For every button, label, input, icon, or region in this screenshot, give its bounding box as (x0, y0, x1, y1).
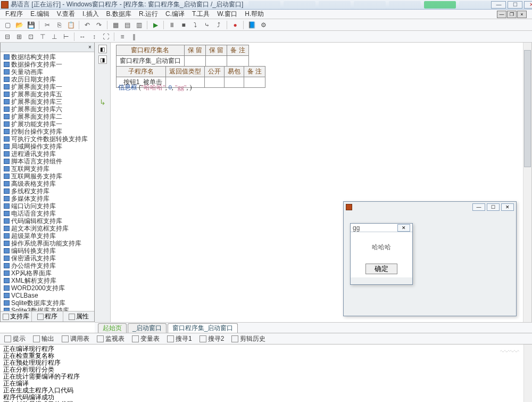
align-top-icon[interactable]: ⊤ (37, 32, 48, 42)
tab-programset[interactable]: 窗口程序集_启动窗口 (168, 323, 238, 333)
undo-icon[interactable]: ↶ (82, 20, 93, 30)
tree-item-label: WORD2000支持库 (11, 284, 65, 293)
table2-h1: 子程序名 (117, 67, 166, 77)
library-icon (4, 300, 10, 306)
menu-help[interactable]: H.帮助 (245, 10, 264, 19)
config-icon[interactable]: ⚙ (258, 20, 269, 30)
document-tabs: 起始页 _启动窗口 窗口程序集_启动窗口 (95, 322, 532, 333)
output-vscroll[interactable] (523, 344, 532, 402)
save-icon[interactable]: 💾 (26, 20, 36, 30)
editor-vscroll[interactable] (523, 43, 531, 322)
mdi-minimize[interactable]: — (497, 11, 506, 18)
grid3-icon[interactable]: ▥ (134, 20, 144, 30)
output-tab-search1[interactable]: 搜寻1 (167, 334, 192, 343)
menu-tools[interactable]: T.工具 (192, 10, 210, 19)
menu-database[interactable]: B.数据库 (106, 10, 131, 19)
message-box-dialog[interactable]: gg ✕ 哈哈哈 确定 (350, 223, 413, 285)
toolbar-main: ▢ 📂 💾 ✂ ⎘ 📋 ↶ ↷ ▦ ▤ ▥ ▶ ⏸ ■ ⤵ ⤷ ⤴ ● 📘 ⚙ (0, 19, 532, 31)
library-icon (4, 77, 10, 82)
form-collection-table: 窗口程序集名保 留保 留备 注 窗口程序集_启动窗口 (116, 45, 249, 67)
stepout-icon[interactable]: ⤴ (213, 20, 224, 30)
table1-r1[interactable]: 窗口程序集_启动窗口 (117, 56, 185, 67)
grid-icon[interactable]: ▦ (110, 20, 121, 30)
cut-icon[interactable]: ✂ (42, 20, 53, 30)
new-icon[interactable]: ▢ (2, 20, 13, 30)
library-tree[interactable]: 数据结构支持库数据操作支持库一矢量动画库农历日期支持库扩展界面支持库一扩展界面支… (1, 52, 94, 311)
menu-window[interactable]: W.窗口 (217, 10, 237, 19)
library-icon (4, 84, 10, 89)
library-icon (4, 62, 10, 67)
sidetab-support[interactable]: 支持库 (1, 311, 32, 322)
mdi-restore[interactable]: ❐ (507, 11, 517, 18)
app-logo (1, 1, 9, 9)
runtime-minimize-button[interactable]: — (472, 203, 485, 211)
output-tab-output[interactable]: 输出 (33, 334, 54, 343)
book-icon[interactable]: 📘 (246, 20, 257, 30)
dialog-ok-button[interactable]: 确定 (365, 264, 397, 274)
tree-item-label: Sqlite3数据库支持库 (11, 306, 69, 311)
run-icon[interactable]: ▶ (150, 20, 161, 30)
library-icon (4, 69, 10, 75)
samesize-icon[interactable]: ⛶ (101, 32, 111, 42)
sidetab-program[interactable]: 程序 (32, 311, 63, 322)
library-icon (4, 54, 10, 60)
distribute-h-icon[interactable]: ≡ (117, 32, 128, 42)
menu-run[interactable]: R.运行 (139, 10, 158, 19)
menu-compile[interactable]: C.编译 (165, 10, 185, 19)
sidetab-property[interactable]: 属性 (63, 311, 94, 322)
samew-icon[interactable]: ↔ (77, 32, 88, 42)
paste-icon[interactable]: 📋 (65, 20, 76, 30)
open-icon[interactable]: 📂 (14, 20, 24, 30)
stepover-icon[interactable]: ⤵ (190, 20, 201, 30)
menu-view[interactable]: V.查看 (57, 10, 75, 19)
tree-item[interactable]: WORD2000支持库 (4, 284, 94, 292)
runtime-close-button[interactable]: ✕ (501, 203, 514, 211)
runtime-maximize-button[interactable]: ☐ (487, 203, 500, 211)
minimize-button[interactable]: — (491, 1, 506, 9)
copy-icon[interactable]: ⎘ (54, 20, 64, 30)
code-editor[interactable]: 窗口程序集名保 留保 留备 注 窗口程序集_启动窗口 子程序名返回值类型公开易包… (111, 43, 532, 322)
sidebar-close-icon[interactable]: × (86, 44, 94, 51)
library-icon (4, 174, 10, 179)
output-tab-clip[interactable]: 剪辑历史 (231, 334, 265, 343)
output-tab-hint[interactable]: 提示 (4, 334, 26, 343)
menu-edit[interactable]: E.编辑 (30, 10, 49, 19)
align-right-icon[interactable]: ⊡ (26, 32, 36, 42)
dialog-close-button[interactable]: ✕ (397, 224, 410, 232)
output-tab-watch[interactable]: 监视表 (97, 334, 124, 343)
output-panel: 正在编译现行程序 正在检查重复名称 正在预处理现行程序 正在分析现行分类 正在统… (0, 344, 532, 402)
breakpoint-icon[interactable]: ● (230, 20, 240, 30)
distribute-v-icon[interactable]: ‖ (129, 32, 139, 42)
tab-startpage[interactable]: 起始页 (98, 323, 127, 333)
stepin-icon[interactable]: ⤷ (202, 20, 212, 30)
decor-icon: 〰〰 (500, 347, 519, 358)
close-button[interactable]: ✕ (524, 1, 532, 9)
code-line[interactable]: 信息框 ("哈哈哈", 0, "gg", ) (118, 83, 192, 92)
window-titlebar: 易语言 [正在运行] - Windows窗口程序 - [程序集: 窗口程序集_启… (0, 0, 532, 10)
tree-item[interactable]: Sqlite3数据库支持库 (4, 307, 94, 311)
output-text[interactable]: 正在编译现行程序 正在检查重复名称 正在预处理现行程序 正在分析现行分类 正在统… (0, 344, 523, 402)
table2-h3: 公开 (205, 67, 225, 77)
gutter-btn-1[interactable]: ◧ (98, 45, 107, 53)
library-icon (4, 278, 10, 283)
output-tab-vars[interactable]: 变量表 (132, 334, 160, 343)
align-mid-icon[interactable]: ⊥ (49, 32, 60, 42)
maximize-button[interactable]: ☐ (508, 1, 522, 9)
align-center-icon[interactable]: ⊞ (14, 32, 24, 42)
gutter-btn-2[interactable]: ◨ (98, 55, 107, 64)
dialog-message: 哈哈哈 (372, 243, 391, 252)
menu-program[interactable]: F.程序 (5, 10, 23, 19)
mdi-close[interactable]: × (517, 11, 527, 18)
output-tab-search2[interactable]: 搜寻2 (200, 334, 225, 343)
library-icon (4, 92, 10, 97)
output-tab-calltable[interactable]: 调用表 (62, 334, 89, 343)
sameh-icon[interactable]: ↕ (89, 32, 99, 42)
tab-startwindow[interactable]: _启动窗口 (128, 323, 167, 333)
align-left-icon[interactable]: ⊟ (2, 32, 13, 42)
stop-icon[interactable]: ■ (178, 20, 189, 30)
redo-icon[interactable]: ↷ (94, 20, 104, 30)
menu-insert[interactable]: I.插入 (82, 10, 99, 19)
align-bot-icon[interactable]: ⊢ (61, 32, 71, 42)
pause-icon[interactable]: ⏸ (167, 20, 177, 30)
grid2-icon[interactable]: ▤ (122, 20, 132, 30)
